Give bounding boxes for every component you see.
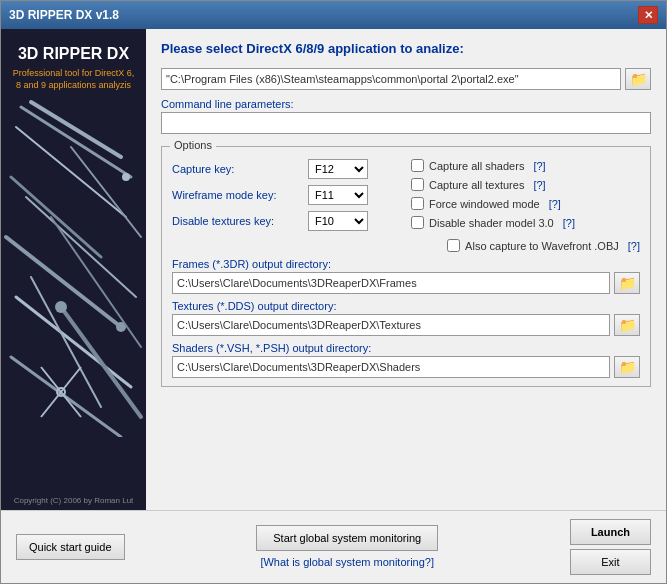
main-heading: Please select DirectX 6/8/9 application … [161,41,651,56]
cmd-input[interactable] [161,112,651,134]
wavefront-help[interactable]: [?] [628,240,640,252]
titlebar: 3D RIPPER DX v1.8 ✕ [1,1,666,29]
wireframe-key-select[interactable]: F11 F12 F10 F9 [308,185,368,205]
wavefront-label: Also capture to Wavefront .OBJ [465,240,619,252]
disable-shader-row: Disable shader model 3.0 [?] [411,216,640,229]
exit-button[interactable]: Exit [570,549,651,575]
force-windowed-help[interactable]: [?] [549,198,561,210]
force-windowed-row: Force windowed mode [?] [411,197,640,210]
force-windowed-checkbox[interactable] [411,197,424,210]
what-is-link[interactable]: [What is global system monitoring?] [260,556,434,568]
cmd-label: Command line parameters: [161,98,651,110]
options-grid: Capture key: F12 F11 F10 F9 Wireframe mo… [172,159,640,231]
shaders-dir-row: 📁 [172,356,640,378]
capture-key-label: Capture key: [172,163,302,175]
sidebar-logo: 3D RIPPER DX [18,44,129,63]
frames-dir-section: Frames (*.3DR) output directory: 📁 [172,258,640,294]
wireframe-key-row: Wireframe mode key: F11 F12 F10 F9 [172,185,401,205]
textures-browse-button[interactable]: 📁 [614,314,640,336]
close-button[interactable]: ✕ [638,6,658,24]
disable-shader-checkbox[interactable] [411,216,424,229]
wireframe-key-label: Wireframe mode key: [172,189,302,201]
right-buttons: Launch Exit [570,519,651,575]
shaders-dir-label: Shaders (*.VSH, *.PSH) output directory: [172,342,640,354]
checkboxes-section: Capture all shaders [?] Capture all text… [411,159,640,231]
monitoring-button-row: Start global system monitoring [135,525,560,551]
textures-dir-section: Textures (*.DDS) output directory: 📁 [172,300,640,336]
main-panel: Please select DirectX 6/8/9 application … [146,29,666,510]
textures-folder-icon: 📁 [619,317,636,333]
disable-textures-key-select[interactable]: F10 F11 F12 F9 [308,211,368,231]
textures-dir-row: 📁 [172,314,640,336]
capture-all-shaders-row: Capture all shaders [?] [411,159,640,172]
capture-shaders-help[interactable]: [?] [533,160,545,172]
frames-dir-label: Frames (*.3DR) output directory: [172,258,640,270]
capture-all-textures-checkbox[interactable] [411,178,424,191]
app-path-input[interactable] [161,68,621,90]
main-window: 3D RIPPER DX v1.8 ✕ 3D RIPPER DX Profess… [0,0,667,584]
shaders-dir-input[interactable] [172,356,610,378]
capture-key-row: Capture key: F12 F11 F10 F9 [172,159,401,179]
sidebar-tagline: Professional tool for DirectX 6, 8 and 9… [1,63,146,96]
keys-section: Capture key: F12 F11 F10 F9 Wireframe mo… [172,159,401,231]
bottom-center: Start global system monitoring [What is … [135,525,560,569]
shaders-browse-button[interactable]: 📁 [614,356,640,378]
shaders-folder-icon: 📁 [619,359,636,375]
launch-button[interactable]: Launch [570,519,651,545]
cmd-section: Command line parameters: [161,98,651,134]
frames-browse-button[interactable]: 📁 [614,272,640,294]
capture-key-select[interactable]: F12 F11 F10 F9 [308,159,368,179]
disable-textures-key-row: Disable textures key: F10 F11 F12 F9 [172,211,401,231]
window-title: 3D RIPPER DX v1.8 [9,8,119,22]
app-path-row: 📁 [161,68,651,90]
disable-textures-key-label: Disable textures key: [172,215,302,227]
bottom-bar: Quick start guide Start global system mo… [1,510,666,583]
sidebar-decoration [1,97,146,491]
svg-line-2 [31,102,121,157]
capture-all-shaders-checkbox[interactable] [411,159,424,172]
capture-all-shaders-label: Capture all shaders [429,160,524,172]
disable-shader-label: Disable shader model 3.0 [429,217,554,229]
global-monitoring-button[interactable]: Start global system monitoring [256,525,438,551]
textures-dir-label: Textures (*.DDS) output directory: [172,300,640,312]
frames-folder-icon: 📁 [619,275,636,291]
what-is-row: [What is global system monitoring?] [135,555,560,569]
wavefront-checkbox[interactable] [447,239,460,252]
quick-start-button[interactable]: Quick start guide [16,534,125,560]
options-box: Options Capture key: F12 F11 F10 F9 [161,146,651,387]
content-area: 3D RIPPER DX Professional tool for Direc… [1,29,666,510]
svg-line-0 [21,107,131,177]
disable-shader-help[interactable]: [?] [563,217,575,229]
sidebar: 3D RIPPER DX Professional tool for Direc… [1,29,146,510]
app-browse-button[interactable]: 📁 [625,68,651,90]
svg-point-3 [122,173,130,181]
sidebar-copyright: Copyright (C) 2006 by Roman Lut [9,491,139,510]
textures-dir-input[interactable] [172,314,610,336]
options-legend: Options [170,139,216,151]
force-windowed-label: Force windowed mode [429,198,540,210]
frames-dir-input[interactable] [172,272,610,294]
capture-textures-help[interactable]: [?] [533,179,545,191]
wavefront-row: Also capture to Wavefront .OBJ [?] [172,239,640,252]
folder-icon: 📁 [630,71,647,87]
svg-line-11 [31,277,101,407]
svg-line-5 [11,177,101,257]
svg-point-13 [55,301,67,313]
capture-all-textures-row: Capture all textures [?] [411,178,640,191]
capture-all-textures-label: Capture all textures [429,179,524,191]
frames-dir-row: 📁 [172,272,640,294]
shaders-dir-section: Shaders (*.VSH, *.PSH) output directory:… [172,342,640,378]
